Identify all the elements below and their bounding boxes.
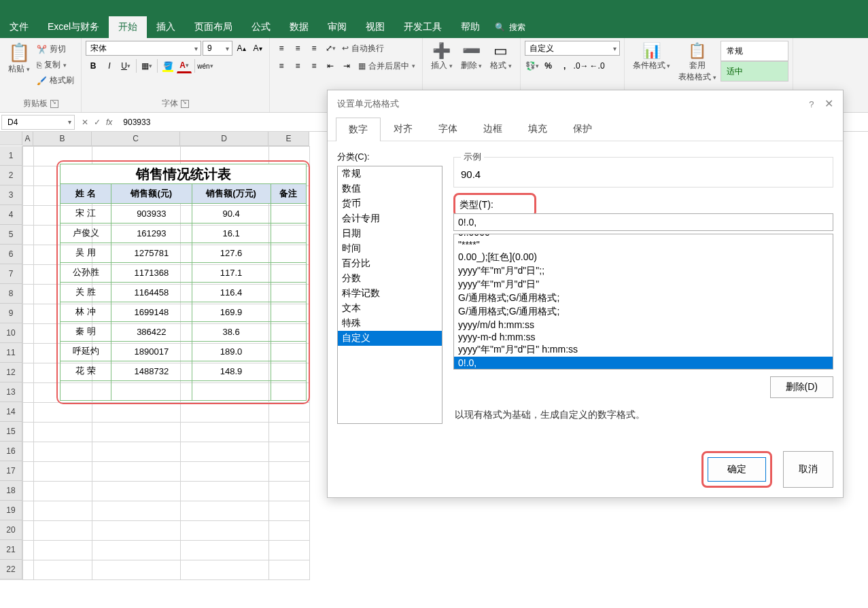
format-item[interactable]: G/通用格式;G/通用格式; <box>454 291 833 305</box>
col-header-C[interactable]: C <box>92 132 180 145</box>
row-header-22[interactable]: 22 <box>0 560 22 579</box>
cut-button[interactable]: ✂️剪切 <box>34 42 77 56</box>
format-item[interactable]: yyyy"年"m"月"d"日" h:mm:ss <box>454 343 833 357</box>
sales-cell[interactable] <box>271 243 306 263</box>
col-header-B[interactable]: B <box>33 132 92 145</box>
format-item[interactable]: "****" <box>454 238 833 251</box>
conditional-format-button[interactable]: 📊条件格式 <box>629 41 675 73</box>
sales-cell[interactable] <box>271 263 306 283</box>
sales-cell[interactable]: 90.4 <box>192 204 271 223</box>
sales-cell[interactable]: 林 冲 <box>60 302 111 322</box>
row-header-21[interactable]: 21 <box>0 540 22 560</box>
sales-cell[interactable] <box>271 361 306 381</box>
row-header-17[interactable]: 17 <box>0 461 22 481</box>
dialog-help-icon[interactable]: ? <box>809 99 814 109</box>
insert-button[interactable]: ➕插入 <box>427 41 457 73</box>
sales-cell[interactable]: 148.9 <box>192 361 271 381</box>
merge-center-button[interactable]: ▦合并后居中 <box>355 59 418 73</box>
row-header-14[interactable]: 14 <box>0 402 22 422</box>
row-header-13[interactable]: 13 <box>0 382 22 402</box>
decrease-decimal-icon[interactable]: ←.0 <box>590 58 605 73</box>
sales-cell[interactable]: 127.6 <box>192 243 271 263</box>
format-item[interactable]: G/通用格式;G/通用格式; <box>454 305 833 319</box>
category-item[interactable]: 时间 <box>338 241 442 256</box>
col-header-A[interactable]: A <box>22 132 33 145</box>
row-header-5[interactable]: 5 <box>0 225 22 245</box>
increase-decimal-icon[interactable]: .0→ <box>574 58 589 73</box>
select-all-corner[interactable] <box>0 132 22 145</box>
bold-button[interactable]: B <box>86 58 101 73</box>
fx-icon[interactable]: fx <box>106 118 112 127</box>
sales-cell[interactable]: 呼延灼 <box>60 342 111 361</box>
format-item[interactable]: 0!.0, <box>454 357 833 369</box>
sales-cell[interactable]: 公孙胜 <box>60 263 111 283</box>
decrease-indent-icon[interactable]: ⇤ <box>323 58 338 73</box>
sales-cell[interactable] <box>271 223 306 243</box>
format-list[interactable]: 0!.0000"****"0.00_);[红色](0.00)yyyy"年"m"月… <box>453 234 833 370</box>
format-item[interactable]: yyyy"年"m"月"d"日" <box>454 278 833 291</box>
name-box[interactable]: D4 <box>1 115 75 130</box>
align-top-icon[interactable]: ≡ <box>274 41 289 56</box>
format-item[interactable]: yyyy-m-d h:mm:ss <box>454 331 833 343</box>
menu-developer[interactable]: 开发工具 <box>394 16 451 38</box>
row-header-11[interactable]: 11 <box>0 343 22 363</box>
style-normal[interactable]: 常规 <box>721 41 788 61</box>
sales-cell[interactable]: 1890017 <box>111 342 192 361</box>
font-launcher[interactable] <box>181 100 189 108</box>
table-format-button[interactable]: 📋套用 表格格式 <box>674 41 721 84</box>
col-header-E[interactable]: E <box>268 132 309 145</box>
comma-format-icon[interactable]: , <box>557 58 572 73</box>
category-item[interactable]: 百分比 <box>338 256 442 271</box>
clipboard-launcher[interactable] <box>50 100 58 108</box>
fill-color-button[interactable]: 🪣 <box>160 58 175 73</box>
row-header-8[interactable]: 8 <box>0 284 22 304</box>
paste-button[interactable]: 📋 粘贴 <box>4 41 34 88</box>
category-item[interactable]: 日期 <box>338 226 442 241</box>
menu-review[interactable]: 审阅 <box>318 16 356 38</box>
sales-cell[interactable]: 161293 <box>111 223 192 243</box>
menu-insert[interactable]: 插入 <box>147 16 185 38</box>
sales-cell[interactable] <box>271 302 306 322</box>
row-header-6[interactable]: 6 <box>0 245 22 264</box>
row-header-19[interactable]: 19 <box>0 501 22 520</box>
dialog-tab-3[interactable]: 边框 <box>470 117 515 141</box>
row-header-1[interactable]: 1 <box>0 146 22 166</box>
sales-cell[interactable] <box>271 381 306 401</box>
category-item[interactable]: 数值 <box>338 181 442 196</box>
menu-data[interactable]: 数据 <box>280 16 318 38</box>
row-header-4[interactable]: 4 <box>0 205 22 225</box>
sales-cell[interactable]: 花 荣 <box>60 361 111 381</box>
format-painter-button[interactable]: 🖌️格式刷 <box>34 73 77 88</box>
align-left-icon[interactable]: ≡ <box>274 58 289 73</box>
delete-button[interactable]: ➖删除 <box>457 41 487 73</box>
delete-format-button[interactable]: 删除(D) <box>770 376 833 398</box>
sales-cell[interactable] <box>271 204 306 223</box>
sales-cell[interactable]: 1164458 <box>111 283 192 302</box>
sales-cell[interactable] <box>60 381 111 401</box>
underline-button[interactable]: U <box>118 58 133 73</box>
row-header-12[interactable]: 12 <box>0 363 22 382</box>
decrease-font-icon[interactable]: A▾ <box>250 41 265 56</box>
menu-page-layout[interactable]: 页面布局 <box>185 16 242 38</box>
row-header-10[interactable]: 10 <box>0 323 22 343</box>
sales-cell[interactable]: 秦 明 <box>60 322 111 342</box>
sales-cell[interactable] <box>111 381 192 401</box>
category-item[interactable]: 货币 <box>338 196 442 211</box>
row-header-7[interactable]: 7 <box>0 264 22 284</box>
menu-formulas[interactable]: 公式 <box>242 16 280 38</box>
style-good[interactable]: 适中 <box>721 61 788 82</box>
category-item[interactable]: 会计专用 <box>338 211 442 226</box>
sales-cell[interactable]: 189.0 <box>192 342 271 361</box>
row-header-20[interactable]: 20 <box>0 520 22 540</box>
increase-font-icon[interactable]: A▴ <box>234 41 249 56</box>
wrap-text-button[interactable]: ↩自动换行 <box>339 41 387 56</box>
enter-formula-icon[interactable]: ✓ <box>94 118 101 127</box>
category-list[interactable]: 常规数值货币会计专用日期时间百分比分数科学记数文本特殊自定义 <box>337 166 442 424</box>
sales-cell[interactable] <box>271 283 306 302</box>
increase-indent-icon[interactable]: ⇥ <box>339 58 354 73</box>
menu-excel-finance[interactable]: Excel与财务 <box>38 16 109 38</box>
category-item[interactable]: 科学记数 <box>338 286 442 301</box>
ok-button[interactable]: 确定 <box>708 457 766 482</box>
percent-format-icon[interactable]: % <box>541 58 556 73</box>
sales-cell[interactable]: 117.1 <box>192 263 271 283</box>
